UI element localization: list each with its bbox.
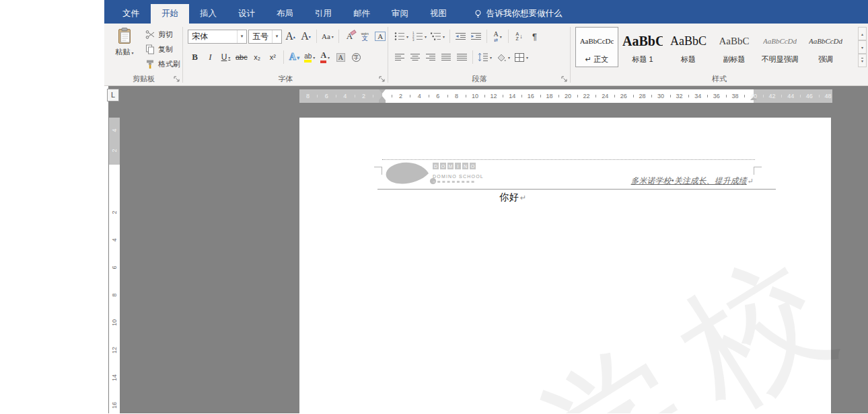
tab-邮件[interactable]: 邮件 [342,4,381,24]
decrease-indent-button[interactable] [454,29,468,44]
cut-button[interactable]: 剪切 [143,28,182,42]
paragraph-row-1: 123 A⇄ AZ↓ ¶ [393,28,542,44]
change-case-button[interactable]: Aa [320,29,335,44]
style-card-5[interactable]: AaBbCcDd不明显强调 [758,27,801,67]
distribute-icon [457,53,468,62]
ruler-tick [726,95,727,97]
style-card-4[interactable]: AaBbC副标题 [713,27,756,67]
tab-设计[interactable]: 设计 [227,4,266,24]
ruler-number: 32 [676,89,683,103]
justify-button[interactable] [439,50,454,65]
tab-视图[interactable]: 视图 [419,4,458,24]
grow-font-button[interactable]: A [283,29,297,44]
font-size-combo[interactable]: 五号 [248,30,282,44]
paste-icon [117,28,132,45]
increase-indent-button[interactable] [469,29,483,44]
show-marks-button[interactable]: ¶ [528,29,542,44]
ruler-tick [744,95,745,97]
enclose-characters-button[interactable]: 字 [349,50,363,65]
subscript-button[interactable]: x₂ [250,50,264,65]
style-label: ↵ 正文 [585,54,608,65]
document-page[interactable]: 学校 DOMINO DOMINO SCHOOL 多米诺学校•关注成长、提升成绩↵… [299,118,831,413]
copy-button[interactable]: 复制 [143,42,182,56]
styles-scroll-down-button[interactable] [858,40,867,54]
align-left-button[interactable] [393,50,407,65]
line-spacing-button[interactable] [476,50,493,65]
ruler-tick [373,95,373,97]
font-name-dropdown[interactable] [237,30,246,43]
header-text-line[interactable]: 多米诺学校•关注成长、提升成绩↵ [382,175,754,187]
font-size-dropdown[interactable] [272,30,281,43]
character-shading-button[interactable]: A [334,50,348,65]
align-left-icon [395,53,406,62]
ruler-tick [447,95,448,97]
format-painter-button[interactable]: 格式刷 [143,57,182,71]
style-card-2[interactable]: AaBbC标题 1 [621,27,664,67]
ruler-tick [763,95,764,97]
first-line-indent-marker[interactable] [379,89,386,93]
ruler-tick [540,95,541,97]
asian-layout-button[interactable]: A⇄ [491,29,505,44]
paste-label: 粘贴 [115,47,133,57]
italic-button[interactable]: I [203,50,217,65]
style-label: 副标题 [723,54,746,65]
bullets-button[interactable] [393,29,410,44]
shading-button[interactable] [495,50,511,65]
styles-scroll-up-button[interactable] [858,27,867,40]
tab-file[interactable]: 文件 [111,4,151,24]
ruler-number: 10 [111,317,118,328]
tab-stop-selector[interactable]: L [107,89,119,101]
font-name-combo[interactable]: 宋体 [188,30,247,44]
font-row-1: 宋体 五号 A A Aa A wén文 A [188,28,388,44]
style-card-1[interactable]: AaBbCcDc↵ 正文 [575,27,618,67]
character-border-button[interactable]: A [373,29,388,44]
font-color-button[interactable]: A [318,50,332,65]
style-preview: AaBbCcDc [580,28,614,54]
ruler-number: 28 [639,89,645,103]
tab-插入[interactable]: 插入 [189,4,227,24]
bold-button[interactable]: B [188,50,202,65]
left-indent-marker[interactable] [379,100,386,103]
borders-button[interactable] [513,50,530,65]
paste-button[interactable]: 粘贴 [109,28,140,73]
style-card-6[interactable]: AaBbCcDd强调 [804,27,847,67]
ruler-tick [651,95,652,97]
tell-me[interactable]: 告诉我你想要做什么 [468,4,568,24]
style-preview: AaBbC [622,28,663,54]
logo-letterboxes: DOMINO [433,163,476,169]
vertical-ruler[interactable]: 42246810121416 [109,118,120,413]
ruler-number: 42 [769,89,776,103]
paragraph-dialog-launcher[interactable] [560,75,569,83]
clipboard-dialog-launcher[interactable] [173,75,181,83]
align-right-button[interactable] [424,50,438,65]
numbering-button[interactable]: 123 [411,29,428,44]
tab-布局[interactable]: 布局 [266,4,304,24]
ruler-number: 6 [325,89,328,103]
highlight-button[interactable]: ab [303,50,317,65]
font-dialog-launcher[interactable] [378,75,386,83]
sort-button[interactable]: AZ↓ [512,29,526,44]
align-center-button[interactable] [408,50,423,65]
tab-开始[interactable]: 开始 [151,4,189,24]
multilevel-list-button[interactable] [429,29,446,44]
ruler-tick [355,95,355,97]
style-card-3[interactable]: AaBbC标题 [667,27,710,67]
styles-more-button[interactable] [858,54,867,67]
ruler-tick [484,95,485,97]
distribute-button[interactable] [455,50,469,65]
underline-button[interactable]: U [219,50,233,65]
tab-引用[interactable]: 引用 [304,4,342,24]
style-label: 不明显强调 [762,54,799,65]
style-preview: AaBbCcDd [763,28,797,54]
phonetic-guide-button[interactable]: wén文 [358,29,372,44]
clear-formatting-button[interactable]: A [342,29,357,44]
horizontal-ruler[interactable]: 8642246810121416182022242628303234363840… [299,89,832,103]
format-painter-icon [145,59,155,69]
superscript-button[interactable]: x² [266,50,280,65]
text-effects-button[interactable]: A [287,50,301,65]
shrink-font-button[interactable]: A [299,29,313,44]
divider [486,30,487,43]
body-text-line[interactable]: 你好↵ [499,192,527,204]
strikethrough-button[interactable]: abc [234,50,249,65]
tab-审阅[interactable]: 审阅 [381,4,419,24]
